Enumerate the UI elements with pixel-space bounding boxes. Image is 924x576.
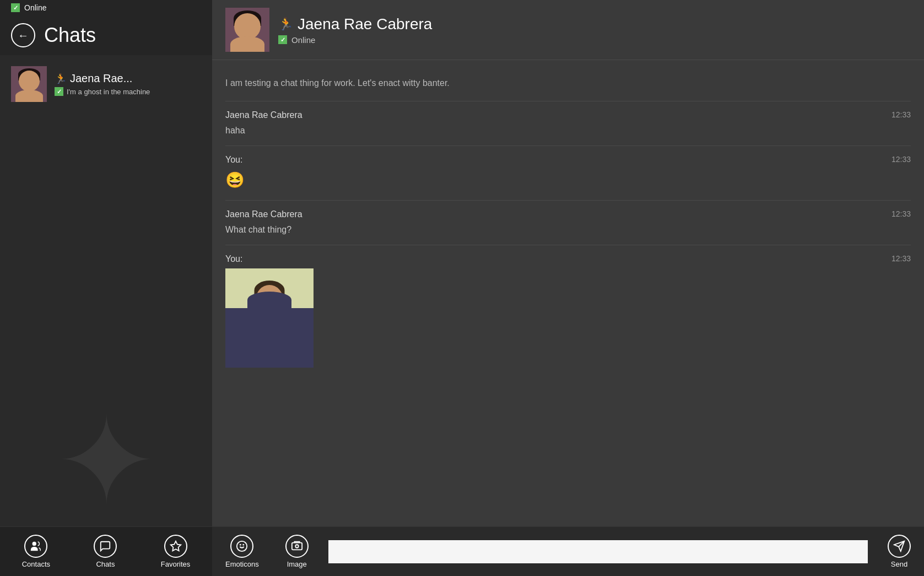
chat-header: 🏃 Jaena Rae Cabrera Online <box>212 0 924 60</box>
nav-favorites-label: Favorites <box>161 560 190 568</box>
chat-status-row: Online <box>278 35 432 45</box>
message-time: 12:33 <box>891 209 911 218</box>
image-icon <box>285 535 309 558</box>
message-image[interactable] <box>225 268 314 368</box>
message-header: Jaena Rae Cabrera 12:33 <box>225 110 911 120</box>
status-checkbox-icon <box>11 3 20 12</box>
message-sender: Jaena Rae Cabrera <box>225 209 302 219</box>
send-label: Send <box>891 560 907 568</box>
nav-contacts-label: Contacts <box>22 560 50 568</box>
send-button[interactable]: Send <box>874 528 924 575</box>
message-time: 12:33 <box>891 110 911 119</box>
chat-status-text: Online <box>291 35 315 45</box>
svg-rect-5 <box>292 543 302 550</box>
sidebar-header: ← Chats <box>0 15 212 55</box>
message-header: Jaena Rae Cabrera 12:33 <box>225 209 911 219</box>
nav-chats-label: Chats <box>96 560 115 568</box>
message-time: 12:33 <box>891 254 911 263</box>
message-sender: Jaena Rae Cabrera <box>225 110 302 120</box>
emoticons-label: Emoticons <box>225 560 259 568</box>
message-content: haha <box>225 125 911 137</box>
message-input-wrapper <box>322 540 874 563</box>
contact-name-row: 🏃 Jaena Rae... <box>55 72 150 85</box>
chat-status-checkbox <box>278 35 287 44</box>
back-arrow-icon: ← <box>18 29 29 42</box>
messages-area: I am testing a chat thing for work. Let'… <box>212 60 924 526</box>
runner-icon: 🏃 <box>55 73 67 85</box>
message-input[interactable] <box>328 540 868 563</box>
svg-point-2 <box>237 541 247 551</box>
image-label: Image <box>287 560 307 568</box>
avatar-face <box>19 71 40 91</box>
nav-item-favorites[interactable]: Favorites <box>150 530 201 573</box>
emoticons-icon <box>230 535 253 558</box>
message-sender: You: <box>225 254 242 264</box>
contacts-icon <box>24 535 47 558</box>
status-text: Online <box>24 3 46 12</box>
contact-list: 🏃 Jaena Rae... I'm a ghost in the machin… <box>0 55 212 526</box>
message-block: You: 12:33 😆 <box>225 146 911 200</box>
back-button[interactable]: ← <box>11 23 35 47</box>
sidebar-title: Chats <box>44 24 96 47</box>
image-button[interactable]: Image <box>272 528 322 575</box>
chat-avatar-body <box>230 36 264 52</box>
contact-status-message: I'm a ghost in the machine <box>67 88 150 96</box>
contact-name: Jaena Rae... <box>70 72 132 85</box>
nav-item-chats[interactable]: Chats <box>83 530 128 573</box>
message-time: 12:33 <box>891 155 911 164</box>
chat-runner-icon: 🏃 <box>278 17 293 31</box>
photo-person-shoulder <box>247 292 291 308</box>
contact-item[interactable]: 🏃 Jaena Rae... I'm a ghost in the machin… <box>0 61 212 107</box>
message-block: Jaena Rae Cabrera 12:33 haha <box>225 101 911 146</box>
status-bar: Online <box>0 0 212 15</box>
message-emoji-content: 😆 <box>225 169 911 191</box>
send-icon <box>888 535 911 558</box>
contact-status-row: I'm a ghost in the machine <box>55 87 150 96</box>
contact-info: 🏃 Jaena Rae... I'm a ghost in the machin… <box>55 72 150 96</box>
message-header: You: 12:33 <box>225 155 911 165</box>
chats-icon <box>94 535 117 558</box>
sidebar-bottom-nav: Contacts Chats Favorites <box>0 526 212 576</box>
message-header: You: 12:33 <box>225 254 911 264</box>
message-block: You: 12:33 <box>225 245 911 376</box>
svg-marker-1 <box>170 541 180 551</box>
chat-input-bar: Emoticons Image Send <box>212 526 924 576</box>
chat-contact-name-row: 🏃 Jaena Rae Cabrera <box>278 15 432 33</box>
svg-point-0 <box>33 542 36 546</box>
main-chat-area: 🏃 Jaena Rae Cabrera Online I am testing … <box>212 0 924 576</box>
svg-point-6 <box>295 545 299 548</box>
message-sender: You: <box>225 155 242 165</box>
nav-item-contacts[interactable]: Contacts <box>11 530 61 573</box>
avatar-body <box>15 90 43 102</box>
sidebar: Online ← Chats 🏃 Jaena Rae... I'm a gh <box>0 0 212 576</box>
avatar <box>11 66 47 102</box>
intro-message: I am testing a chat thing for work. Let'… <box>225 71 911 101</box>
photo-person-body <box>225 308 314 368</box>
contact-status-checkbox <box>55 87 63 96</box>
message-block: Jaena Rae Cabrera 12:33 What chat thing? <box>225 200 911 245</box>
favorites-icon <box>164 535 187 558</box>
chat-contact-info: 🏃 Jaena Rae Cabrera Online <box>278 15 432 45</box>
message-content: What chat thing? <box>225 224 911 236</box>
chat-avatar-face <box>234 13 261 40</box>
chat-contact-avatar <box>225 8 269 52</box>
chat-contact-name: Jaena Rae Cabrera <box>298 15 432 33</box>
emoticons-button[interactable]: Emoticons <box>212 528 272 575</box>
